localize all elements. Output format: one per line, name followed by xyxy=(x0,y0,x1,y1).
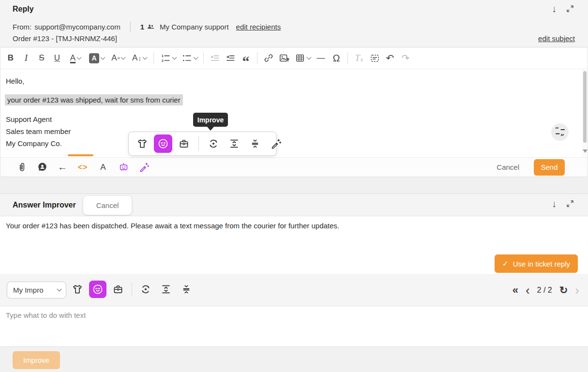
improver-result-area: Your order #123 has been dispatched. Ple… xyxy=(0,216,588,274)
font-size-button[interactable]: A↕ xyxy=(129,50,150,66)
horizontal-line-button[interactable]: — xyxy=(313,50,329,66)
signature-line: My Company Co. xyxy=(6,137,71,149)
improve-button[interactable] xyxy=(204,134,223,153)
code-icon: <> xyxy=(78,163,88,172)
expand-panel-icon[interactable] xyxy=(565,4,575,14)
attach-file-button[interactable] xyxy=(14,160,30,175)
active-tab-indicator xyxy=(68,154,93,156)
recipients-icon xyxy=(147,23,155,31)
image-upload-button[interactable] xyxy=(276,50,292,66)
ai-writer-button[interactable] xyxy=(136,160,152,175)
toolbar-divider xyxy=(347,52,348,64)
tone-professional-button[interactable] xyxy=(175,134,193,153)
use-in-reply-label: Use in ticket reply xyxy=(513,260,570,268)
expand-text-button[interactable] xyxy=(225,134,243,153)
preset-dropdown-value: My Impro xyxy=(13,286,56,294)
chevron-down-icon xyxy=(193,55,198,60)
toolbar-divider xyxy=(198,136,199,151)
editor-scrollbar[interactable] xyxy=(582,69,588,157)
insert-original-button[interactable]: ← xyxy=(54,160,71,175)
arrow-left-icon: ← xyxy=(58,162,67,173)
expand-text-button[interactable] xyxy=(157,281,175,298)
shorten-text-button[interactable] xyxy=(246,134,264,153)
send-button[interactable]: Send xyxy=(534,159,565,176)
bullet-list-button[interactable] xyxy=(179,50,200,66)
ai-floating-toolbar xyxy=(128,132,277,156)
blockquote-button[interactable]: “ xyxy=(238,50,254,66)
toolbar-divider xyxy=(153,52,154,64)
clear-formatting-button[interactable]: Tx xyxy=(351,50,367,66)
subject-text: Order #123 - [TMJ-NRNMZ-446] xyxy=(13,34,117,43)
chevron-down-icon xyxy=(142,55,147,60)
font-color-button[interactable]: A xyxy=(65,50,86,66)
outdent-button[interactable] xyxy=(207,50,223,66)
plain-text-toggle[interactable]: A xyxy=(95,160,111,175)
from-email: support@mycompany.com xyxy=(34,23,121,31)
strikethrough-button[interactable]: S xyxy=(34,50,49,66)
source-code-toggle[interactable]: <> xyxy=(75,160,91,175)
custom-improve-button[interactable] xyxy=(267,134,285,153)
improved-text: Your order #123 has been dispatched. Ple… xyxy=(6,222,339,230)
answer-improver-title: Answer Improver xyxy=(13,201,76,209)
version-pager: « ‹ 2 / 2 ↻ › xyxy=(513,274,579,306)
font-family-button[interactable]: A≡ xyxy=(107,50,129,66)
shorten-text-button[interactable] xyxy=(178,281,195,298)
collapse-panel-icon[interactable]: ↓ xyxy=(552,4,557,14)
toolbar-divider xyxy=(203,52,204,64)
toolbar-divider xyxy=(132,282,132,297)
reply-title: Reply xyxy=(13,5,34,14)
preset-dropdown[interactable]: My Impro xyxy=(7,282,66,298)
edit-subject-link[interactable]: edit subject xyxy=(538,34,575,43)
prompt-area xyxy=(0,306,588,346)
signature-line: Support Agent xyxy=(6,113,71,125)
next-version-button[interactable]: › xyxy=(575,284,579,297)
editor-toolbar: B I S U A A A≡ A↕ “ — Ω Tx ↶ ↷ xyxy=(0,47,588,69)
edit-recipients-link[interactable]: edit recipients xyxy=(236,23,281,31)
recipients-count: 1 xyxy=(140,23,144,31)
scrollbar-thumb[interactable] xyxy=(583,71,587,143)
editor-body[interactable]: Hello, your order #123 was shipped, wait… xyxy=(0,69,588,157)
table-button[interactable] xyxy=(292,50,313,66)
select-all-button[interactable] xyxy=(367,50,382,66)
tone-friendly-button[interactable] xyxy=(154,134,172,153)
improver-footer: Improve xyxy=(0,346,588,372)
tone-casual-button[interactable] xyxy=(69,281,86,298)
quote-original-button[interactable] xyxy=(551,123,569,141)
toolbar-divider xyxy=(257,52,257,64)
improver-cancel-button[interactable]: Cancel xyxy=(83,196,132,215)
editor-signature: Support Agent Sales team member My Compa… xyxy=(6,113,71,149)
improve-submit-button[interactable]: Improve xyxy=(13,351,60,369)
numbered-list-button[interactable] xyxy=(157,50,179,66)
use-in-reply-button[interactable]: ✓ Use in ticket reply xyxy=(495,254,578,273)
italic-button[interactable]: I xyxy=(18,50,34,66)
prev-version-button[interactable]: ‹ xyxy=(526,284,530,297)
tone-friendly-button[interactable] xyxy=(89,281,106,298)
improve-mode-button[interactable] xyxy=(137,281,154,298)
first-version-button[interactable]: « xyxy=(513,285,518,296)
regenerate-button[interactable]: ↻ xyxy=(559,284,568,296)
special-characters-button[interactable]: Ω xyxy=(329,50,344,66)
chevron-down-icon xyxy=(101,55,106,60)
improver-toolbar: My Impro « ‹ 2 / 2 ↻ › xyxy=(0,274,588,306)
link-button[interactable] xyxy=(261,50,276,66)
signature-line: Sales team member xyxy=(6,125,71,137)
editor-bottom-bar: ← <> A Cancel Send xyxy=(0,157,588,177)
redo-button[interactable]: ↷ xyxy=(398,50,413,66)
bold-button[interactable]: B xyxy=(3,50,18,66)
check-icon: ✓ xyxy=(502,259,509,268)
bg-color-button[interactable]: A xyxy=(86,50,107,66)
undo-button[interactable]: ↶ xyxy=(382,50,398,66)
chevron-down-icon xyxy=(172,55,177,60)
indent-button[interactable] xyxy=(223,50,238,66)
collapse-panel-icon[interactable]: ↓ xyxy=(552,199,557,208)
canned-responses-button[interactable] xyxy=(34,160,50,175)
cancel-button[interactable]: Cancel xyxy=(497,163,519,171)
tone-casual-button[interactable] xyxy=(133,134,151,153)
reply-header: Reply From: support@mycompany.com 1 My C… xyxy=(0,0,588,47)
prompt-input[interactable] xyxy=(0,306,588,346)
expand-panel-icon[interactable] xyxy=(565,199,575,208)
ai-assistant-button[interactable] xyxy=(115,160,132,175)
tone-professional-button[interactable] xyxy=(109,281,127,298)
scrollbar-down-arrow[interactable] xyxy=(583,149,588,155)
underline-button[interactable]: U xyxy=(49,50,65,66)
